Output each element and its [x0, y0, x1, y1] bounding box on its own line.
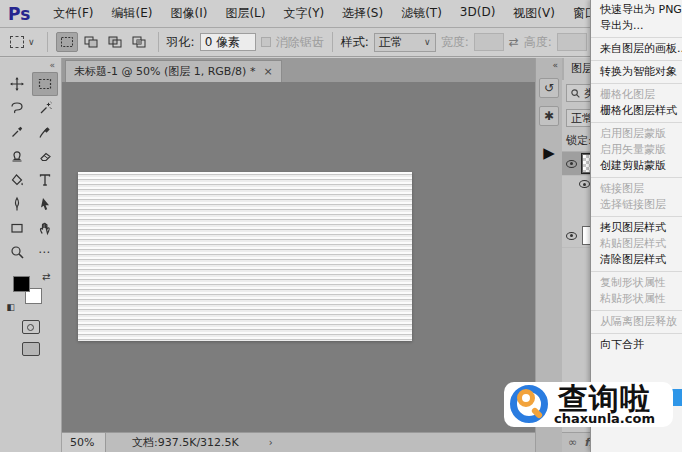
color-swatches: ⇄ ◧: [13, 274, 49, 308]
watermark-domain-text: chaxunla.com: [554, 412, 655, 425]
hand-tool-icon: [37, 220, 53, 236]
type-tool-button[interactable]: [32, 168, 58, 192]
clone-stamp-tool-button[interactable]: [4, 144, 30, 168]
status-arrow-icon[interactable]: ›: [269, 437, 273, 448]
visibility-eye-icon[interactable]: [566, 232, 577, 240]
style-select[interactable]: 正常 ∨: [374, 33, 436, 52]
divider: [332, 32, 333, 52]
menu-separator: [591, 271, 682, 272]
default-colors-icon[interactable]: ◧: [7, 302, 16, 312]
context-menu-item[interactable]: 清除图层样式: [591, 252, 682, 268]
context-menu-item[interactable]: 导出为...: [591, 18, 682, 34]
menu-item[interactable]: 选择(S): [333, 5, 392, 22]
paint-bucket-tool-icon: [9, 172, 25, 188]
context-menu-item: 粘贴形状属性: [591, 291, 682, 307]
shape-tool-button[interactable]: [4, 216, 30, 240]
style-value: 正常: [379, 34, 403, 51]
eyedropper-tool-button[interactable]: [4, 120, 30, 144]
history-panel-icon[interactable]: ↺: [539, 78, 559, 98]
context-menu-item: 栅格化图层: [591, 87, 682, 103]
clone-stamp-tool-icon: [9, 148, 25, 164]
more-tools-button[interactable]: ⋯: [32, 240, 58, 264]
style-label: 样式:: [341, 34, 369, 51]
pen-tool-icon: [9, 196, 25, 212]
work-area: 未标题-1 @ 50% (图层 1, RGB/8) * × 50% 文档:937…: [62, 58, 535, 452]
add-selection-button[interactable]: [80, 32, 102, 52]
screen-mode-button[interactable]: [22, 342, 40, 356]
menu-item[interactable]: 编辑(E): [103, 5, 162, 22]
menu-item[interactable]: 滤镜(T): [392, 5, 451, 22]
zoom-tool-icon: [9, 244, 25, 260]
menu-item[interactable]: 图层(L): [216, 5, 274, 22]
type-tool-icon: [37, 172, 53, 188]
magic-wand-tool-icon: [37, 100, 53, 116]
context-menu-item[interactable]: 转换为智能对象: [591, 64, 682, 80]
close-icon[interactable]: ×: [263, 65, 272, 78]
document-tab[interactable]: 未标题-1 @ 50% (图层 1, RGB/8) * ×: [65, 60, 282, 82]
link-icon[interactable]: ∞: [568, 436, 577, 449]
eraser-tool-button[interactable]: [32, 144, 58, 168]
tools-panel: « ⋯ ⇄ ◧: [0, 58, 62, 452]
visibility-eye-icon[interactable]: [566, 160, 577, 168]
zoom-level-field[interactable]: 50%: [62, 433, 106, 452]
play-icon[interactable]: ▶: [543, 144, 555, 162]
menu-separator: [591, 83, 682, 84]
chevron-down-icon: ∨: [424, 37, 431, 47]
context-menu-item[interactable]: 向下合并: [591, 337, 682, 353]
photoshop-window: Ps 文件(F)编辑(E)图像(I)图层(L)文字(Y)选择(S)滤镜(T)3D…: [0, 0, 682, 452]
height-label: 高度:: [524, 34, 552, 51]
context-menu-item[interactable]: 拷贝图层样式: [591, 220, 682, 236]
move-tool-button[interactable]: [4, 72, 30, 96]
marquee-tool-icon: [37, 76, 53, 92]
menu-item[interactable]: 3D(D): [451, 5, 504, 22]
antialias-label: 消除锯齿: [276, 34, 324, 51]
menu-item[interactable]: 图像(I): [162, 5, 217, 22]
quick-mask-button[interactable]: [22, 320, 40, 334]
search-icon: [570, 88, 581, 99]
context-menu-item[interactable]: 栅格化图层样式: [591, 103, 682, 119]
collapse-toolbar-icon[interactable]: «: [49, 60, 55, 70]
menu-item[interactable]: 视图(V): [504, 5, 564, 22]
swap-colors-icon[interactable]: ⇄: [42, 271, 50, 282]
menu-item[interactable]: 文件(F): [44, 5, 102, 22]
menu-item[interactable]: 文字(Y): [274, 5, 333, 22]
width-input: [474, 33, 504, 51]
menu-separator: [591, 60, 682, 61]
selection-mode-buttons: [56, 32, 150, 52]
hand-tool-button[interactable]: [32, 216, 58, 240]
feather-input[interactable]: 0 像素: [200, 33, 256, 51]
context-menu-item[interactable]: 创建剪贴蒙版: [591, 158, 682, 174]
paint-bucket-tool-button[interactable]: [4, 168, 30, 192]
context-menu-item: 粘贴图层样式: [591, 236, 682, 252]
tools-grid: ⋯: [4, 72, 58, 264]
more-tools-icon: ⋯: [38, 245, 51, 259]
lock-label: 锁定:: [566, 133, 592, 148]
marquee-tool-button[interactable]: [32, 72, 58, 96]
document-tab-title: 未标题-1 @ 50% (图层 1, RGB/8) *: [74, 64, 255, 79]
collapse-dock-icon[interactable]: «: [552, 60, 558, 70]
context-menu-item: 从隔离图层释放: [591, 314, 682, 330]
intersect-selection-button[interactable]: [128, 32, 150, 52]
pen-tool-button[interactable]: [4, 192, 30, 216]
magic-wand-tool-button[interactable]: [32, 96, 58, 120]
context-menu-item[interactable]: 快速导出为 PNG: [591, 2, 682, 18]
context-menu-item[interactable]: 来自图层的画板...: [591, 41, 682, 57]
lasso-tool-button[interactable]: [4, 96, 30, 120]
striped-layer-content[interactable]: [78, 172, 412, 341]
zoom-tool-button[interactable]: [4, 240, 30, 264]
menu-separator: [591, 37, 682, 38]
new-selection-button[interactable]: [56, 32, 78, 52]
brush-tool-button[interactable]: [32, 120, 58, 144]
tool-preset-dropdown[interactable]: ∨: [6, 34, 39, 50]
properties-panel-icon[interactable]: ✱: [539, 106, 559, 126]
canvas-area[interactable]: [62, 82, 535, 432]
eraser-tool-icon: [37, 148, 53, 164]
menu-separator: [591, 333, 682, 334]
chaxunla-logo-icon: [508, 383, 552, 427]
path-select-tool-button[interactable]: [32, 192, 58, 216]
eyedropper-tool-icon: [9, 124, 25, 140]
foreground-color-swatch[interactable]: [13, 276, 30, 292]
brush-tool-icon: [37, 124, 53, 140]
subtract-selection-button[interactable]: [104, 32, 126, 52]
visibility-eye-icon[interactable]: [579, 180, 590, 188]
